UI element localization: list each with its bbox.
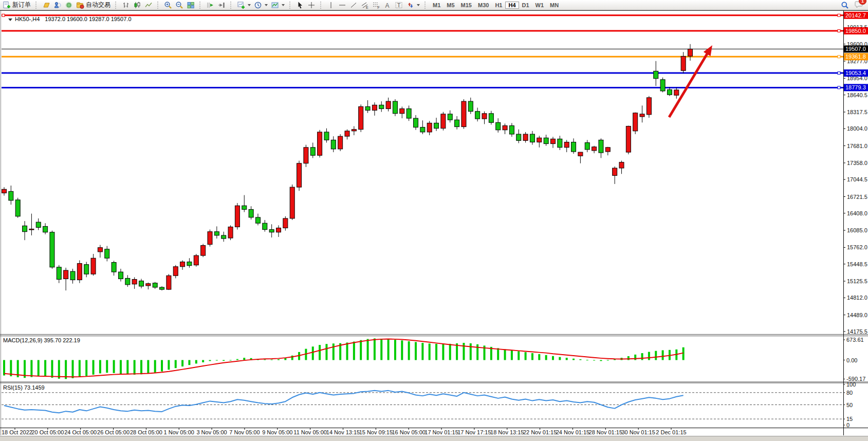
timeframe-m5-button[interactable]: M5 [444,2,457,9]
svg-text:E: E [366,6,368,9]
notifications-button[interactable]: 1 [855,0,863,10]
macd-histogram-bar [147,360,149,374]
rsi-tick-label: 100 [846,381,856,388]
hline-handle[interactable] [838,86,840,89]
hline-handle[interactable] [838,14,840,16]
hline-handle[interactable] [2,14,5,16]
price-tick-label: 18640.5 [847,92,867,98]
price-tick-label: 18317.5 [847,109,867,115]
shapes-tool-button[interactable] [404,1,421,10]
fibonacci-tool-button[interactable]: F [371,1,382,10]
navigator-button[interactable] [63,1,75,10]
candle [249,209,253,217]
time-tick-label: 16 Nov 05:00 [392,429,425,435]
candle-chart-button[interactable] [132,1,143,10]
candle [482,114,487,119]
timeframe-w1-button[interactable]: W1 [532,2,547,9]
quotes-button[interactable] [41,1,52,10]
timeframe-m1-button[interactable]: M1 [430,2,444,9]
hline-tool-button[interactable] [337,1,348,10]
chart-canvas[interactable]: 19913.519600.019277.018954.018640.518317… [0,0,868,441]
line-chart-button[interactable] [143,1,154,10]
candle [400,109,404,114]
candle [242,206,247,209]
text-tool-button[interactable]: A [382,1,393,10]
search-button[interactable] [839,1,851,10]
candle [180,262,185,266]
new-order-button[interactable]: 新订单 [1,0,32,10]
trendline-tool-button[interactable] [348,1,359,10]
cursor-button[interactable] [294,1,306,10]
candle [283,218,288,228]
new-order-label: 新订单 [12,1,31,9]
chart-shift-button[interactable] [216,1,227,10]
macd-histogram-bar [497,348,499,360]
indicators-button[interactable] [269,1,286,10]
macd-histogram-bar [346,342,348,360]
candle [475,112,480,119]
market-watch-button[interactable] [52,1,63,10]
candle [496,122,501,130]
hline-handle[interactable] [838,56,840,58]
svg-text:A: A [385,2,390,9]
timeframe-h4-button[interactable]: H4 [505,2,519,9]
macd-histogram-bar [85,360,87,376]
macd-histogram-bar [408,341,410,360]
macd-histogram-bar [44,360,46,377]
macd-histogram-bar [236,359,238,360]
period-button[interactable] [252,1,269,10]
price-tick-label: 15125.5 [847,278,867,284]
candle [647,98,651,115]
timeframe-m15-button[interactable]: M15 [458,2,475,9]
rsi-tick-label: 80 [846,390,853,396]
candle [64,270,68,279]
zoom-in-button[interactable] [162,1,174,10]
macd-histogram-bar [209,360,211,361]
candle [509,126,514,134]
price-tick-label: 18004.0 [847,125,867,132]
dropdown-caret-icon [248,4,251,6]
vline-tool-button[interactable] [325,1,337,10]
zoom-out-button[interactable] [174,1,185,10]
hline-handle[interactable] [838,72,840,75]
auto-scroll-icon [206,1,214,9]
crosshair-button[interactable] [306,1,317,10]
timeframe-mn-button[interactable]: MN [547,2,562,9]
price-badge-label: 19361.8 [845,53,866,60]
candle [91,258,96,274]
zoom-out-icon [175,1,183,9]
cursor-icon [296,1,304,9]
candle [605,148,610,152]
timeframe-h1-button[interactable]: H1 [492,2,505,9]
candle [187,262,192,265]
channel-tool-button[interactable]: E [359,1,371,10]
price-tick-label: 16721.5 [847,194,867,200]
zoom-in-icon [164,1,172,9]
candle [558,139,562,147]
candle [153,283,157,287]
shapes-tool-icon [406,1,414,9]
candle [551,139,556,143]
auto-scroll-button[interactable] [205,1,216,10]
candle [173,267,178,276]
candle [77,264,82,280]
candle [105,249,109,259]
bar-chart-button[interactable] [120,1,132,10]
hline-handle[interactable] [838,30,840,32]
new-chart-button[interactable] [235,1,252,10]
price-badge-label: 20142.7 [845,12,866,19]
autotrade-button[interactable]: 自动交易 [75,0,112,10]
candle [599,140,603,153]
time-tick-label: 18 Oct 2022 [2,429,32,435]
candle [571,142,576,152]
timeframe-d1-button[interactable]: D1 [519,2,532,9]
price-tick-label: 15448.5 [847,261,867,267]
tile-windows-button[interactable] [185,1,196,10]
text-label-tool-button[interactable]: T [393,1,404,10]
candle [132,280,137,284]
macd-histogram-bar [30,360,32,377]
timeframe-m30-button[interactable]: M30 [475,2,492,9]
candle [379,105,384,108]
price-badge-label: 18779.3 [845,84,866,90]
candle [414,118,418,127]
